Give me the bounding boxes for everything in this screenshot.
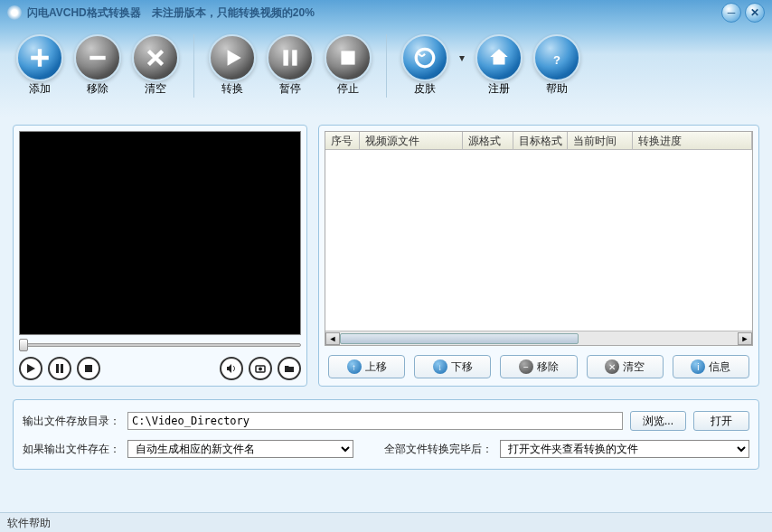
arrow-up-icon: ↑ [347,359,362,374]
browse-button[interactable]: 浏览... [630,411,686,431]
separator [193,34,194,98]
horizontal-scrollbar[interactable]: ◄ ► [325,331,752,345]
list-clear-button[interactable]: ✕清空 [587,355,664,378]
window-title: 闪电AVCHD格式转换器 未注册版本，只能转换视频的20% [27,5,718,21]
preview-play-button[interactable] [19,357,42,380]
output-dir-label: 输出文件存放目录： [23,414,120,429]
separator [386,34,387,98]
table-header: 序号 视频源文件 源格式 目标格式 当前时间 转换进度 [325,132,752,150]
col-progress[interactable]: 转换进度 [633,132,752,149]
skin-dropdown[interactable]: ▾ [456,34,468,81]
convert-label: 转换 [221,81,243,97]
pause-label: 暂停 [279,81,301,97]
arrow-down-icon: ↓ [433,359,447,374]
move-down-button[interactable]: ↓下移 [414,355,491,378]
list-remove-button[interactable]: −移除 [500,355,577,378]
plus-icon [16,34,63,81]
after-select[interactable]: 打开文件夹查看转换的文件 [500,440,749,458]
file-table: 序号 视频源文件 源格式 目标格式 当前时间 转换进度 ◄ ► [325,131,753,346]
app-logo-icon [7,5,22,20]
x-icon [132,34,179,81]
pause-button[interactable]: 暂停 [263,34,317,97]
video-preview [19,131,301,335]
main-toolbar: 添加 移除 清空 转换 暂停 停止 皮肤 ▾ [0,25,772,125]
file-list-panel: 序号 视频源文件 源格式 目标格式 当前时间 转换进度 ◄ ► ↑上移 ↓下移 … [318,125,759,387]
after-label: 全部文件转换完毕后： [384,442,493,457]
play-icon [209,34,256,81]
svg-rect-7 [61,364,63,373]
minus-icon [74,34,121,81]
move-up-button[interactable]: ↑上移 [328,355,405,378]
scroll-left-icon[interactable]: ◄ [325,332,340,345]
col-source[interactable]: 视频源文件 [360,132,463,149]
info-button[interactable]: i信息 [673,355,749,378]
minimize-button[interactable]: ─ [721,3,741,23]
stop-button[interactable]: 停止 [321,34,375,97]
svg-text:?: ? [553,53,560,67]
skin-button[interactable]: 皮肤 [398,34,452,97]
seek-slider[interactable] [19,341,301,350]
svg-rect-3 [341,51,354,64]
output-dir-input[interactable] [127,412,623,430]
skin-icon [401,34,448,81]
preview-sound-button[interactable] [220,357,243,380]
exists-label: 如果输出文件存在： [23,442,120,457]
col-srcfmt[interactable]: 源格式 [463,132,513,149]
preview-panel [13,125,307,387]
open-button[interactable]: 打开 [693,411,749,431]
minus-icon: − [519,359,533,374]
remove-label: 移除 [87,81,108,97]
x-icon: ✕ [605,359,619,374]
preview-pause-button[interactable] [48,357,71,380]
help-button[interactable]: ? 帮助 [530,34,584,97]
status-bar: 软件帮助 [0,512,772,532]
svg-rect-2 [292,50,297,65]
col-time[interactable]: 当前时间 [568,132,633,149]
table-body [325,150,752,331]
info-icon: i [691,359,705,374]
add-button[interactable]: 添加 [13,34,67,97]
skin-label: 皮肤 [414,81,436,97]
svg-point-10 [259,368,262,371]
help-label: 帮助 [546,81,568,97]
preview-snapshot-button[interactable] [249,357,272,380]
register-button[interactable]: 注册 [472,34,526,97]
convert-button[interactable]: 转换 [205,34,259,97]
exists-select[interactable]: 自动生成相应的新文件名 [127,440,353,458]
stop-icon [325,34,372,81]
preview-stop-button[interactable] [77,357,100,380]
col-index[interactable]: 序号 [325,132,360,149]
stop-label: 停止 [337,81,359,97]
remove-button[interactable]: 移除 [71,34,125,97]
svg-rect-0 [89,56,105,60]
status-text: 软件帮助 [7,517,51,529]
add-label: 添加 [29,81,51,97]
scroll-right-icon[interactable]: ► [738,332,752,345]
question-icon: ? [533,34,580,81]
svg-rect-6 [56,364,59,373]
svg-rect-8 [85,365,92,372]
output-settings-panel: 输出文件存放目录： 浏览... 打开 如果输出文件存在： 自动生成相应的新文件名… [13,399,759,470]
register-label: 注册 [488,81,510,97]
svg-rect-1 [283,50,287,65]
preview-folder-button[interactable] [278,357,301,380]
svg-point-4 [416,49,434,67]
col-dstfmt[interactable]: 目标格式 [513,132,568,149]
clear-button[interactable]: 清空 [128,34,183,97]
home-icon [475,34,523,81]
titlebar: 闪电AVCHD格式转换器 未注册版本，只能转换视频的20% ─ ✕ [0,0,772,25]
close-button[interactable]: ✕ [745,3,765,23]
pause-icon [267,34,314,81]
clear-label: 清空 [145,81,166,97]
